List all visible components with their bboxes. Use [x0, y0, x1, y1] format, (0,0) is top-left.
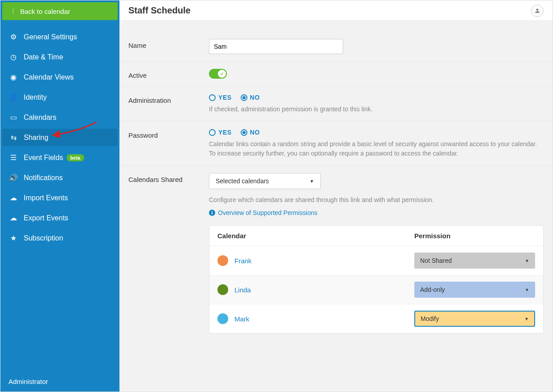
beta-badge: beta: [67, 154, 84, 161]
sidebar-item-calendar-views[interactable]: ◉Calendar Views: [2, 68, 118, 86]
person-icon: 👤: [9, 93, 18, 101]
admin-help-text: If checked, administration permission is…: [209, 105, 544, 114]
sidebar: 〈 Back to calendar ⚙General Settings◷Dat…: [0, 0, 119, 392]
sidebar-item-label: Export Events: [24, 214, 68, 222]
sidebar-item-label: Identity: [24, 93, 47, 101]
sidebar-item-subscription[interactable]: ★Subscription: [2, 229, 118, 247]
topbar: Staff Schedule: [119, 0, 553, 21]
calendar-name-link[interactable]: Frank: [234, 257, 251, 265]
caret-down-icon: ▼: [525, 258, 529, 263]
sidebar-item-sharing[interactable]: ⇆Sharing: [2, 129, 118, 146]
eye-icon: ◉: [9, 73, 18, 81]
sidebar-item-label: Calendar Views: [24, 73, 74, 81]
caret-down-icon: ▼: [525, 287, 529, 292]
sidebar-item-label: Import Events: [24, 194, 68, 202]
permission-select[interactable]: Not Shared▼: [414, 253, 535, 269]
admin-yes-radio[interactable]: YES: [209, 94, 232, 101]
sidebar-footer: Administrator: [0, 371, 119, 392]
sidebar-item-label: Calendars: [24, 114, 56, 122]
table-row: MarkModify▼: [209, 304, 543, 333]
password-help-text: Calendar links contain a random string a…: [209, 139, 544, 158]
shared-help-text: Configure which calendars are shared thr…: [209, 195, 544, 205]
calendar-color-dot: [217, 255, 228, 266]
sidebar-item-date-time[interactable]: ◷Date & Time: [2, 48, 118, 66]
sidebar-item-calendars[interactable]: ▭Calendars: [2, 109, 118, 126]
password-yes-radio[interactable]: YES: [209, 129, 232, 136]
calendar-color-dot: [217, 313, 228, 324]
cloud-down-icon: ☁: [9, 214, 18, 222]
back-label: Back to calendar: [20, 8, 70, 15]
admin-no-radio[interactable]: NO: [241, 94, 260, 101]
active-label: Active: [128, 69, 209, 79]
sidebar-item-label: Notifications: [24, 174, 63, 182]
password-no-radio[interactable]: NO: [241, 129, 260, 136]
password-label: Password: [128, 129, 209, 158]
user-avatar[interactable]: [531, 4, 544, 17]
sidebar-item-general-settings[interactable]: ⚙General Settings: [2, 28, 118, 46]
calendar-icon: ▭: [9, 113, 18, 122]
sidebar-item-label: Event Fields: [24, 154, 63, 162]
caret-down-icon: ▼: [524, 316, 529, 321]
sidebar-item-label: Sharing: [24, 134, 48, 142]
calendar-color-dot: [217, 284, 228, 295]
calendars-shared-select[interactable]: Selected calendars ▼: [209, 173, 321, 189]
back-to-calendar-button[interactable]: 〈 Back to calendar: [2, 2, 118, 20]
administration-label: Administration: [128, 94, 209, 114]
chevron-left-icon: 〈: [9, 8, 15, 14]
share-icon: ⇆: [9, 133, 18, 142]
permissions-overview-link[interactable]: i Overview of Supported Permissions: [209, 209, 318, 216]
calendars-shared-label: Calendars Shared: [128, 173, 209, 334]
table-row: FrankNot Shared▼: [209, 246, 543, 275]
active-toggle[interactable]: [209, 69, 227, 79]
calendars-table: Calendar Permission FrankNot Shared▼Lind…: [209, 225, 544, 334]
name-label: Name: [128, 39, 209, 54]
sidebar-item-label: Subscription: [24, 234, 63, 242]
sidebar-item-label: General Settings: [24, 33, 77, 41]
table-header-permission: Permission: [414, 232, 535, 240]
calendar-name-link[interactable]: Linda: [234, 286, 251, 294]
permission-select[interactable]: Modify▼: [414, 311, 535, 327]
gear-icon: ⚙: [9, 33, 18, 41]
sidebar-item-notifications[interactable]: 🔊Notifications: [2, 169, 118, 186]
name-input[interactable]: [209, 39, 343, 54]
caret-down-icon: ▼: [310, 179, 314, 184]
sound-icon: 🔊: [9, 173, 18, 182]
cloud-up-icon: ☁: [9, 194, 18, 202]
calendar-name-link[interactable]: Mark: [234, 315, 249, 323]
table-header-calendar: Calendar: [217, 232, 414, 240]
main: Staff Schedule Name Active: [119, 0, 553, 392]
sidebar-item-label: Date & Time: [24, 53, 63, 61]
page-title: Staff Schedule: [128, 5, 191, 16]
sidebar-item-import-events[interactable]: ☁Import Events: [2, 189, 118, 207]
clock-icon: ◷: [9, 53, 18, 61]
sidebar-item-identity[interactable]: 👤Identity: [2, 89, 118, 106]
star-icon: ★: [9, 234, 18, 242]
list-icon: ☰: [9, 153, 18, 162]
permission-select[interactable]: Add-only▼: [414, 282, 535, 298]
sidebar-item-event-fields[interactable]: ☰Event Fieldsbeta: [2, 149, 118, 166]
sidebar-item-export-events[interactable]: ☁Export Events: [2, 209, 118, 227]
info-icon: i: [209, 210, 215, 216]
table-row: LindaAdd-only▼: [209, 275, 543, 304]
